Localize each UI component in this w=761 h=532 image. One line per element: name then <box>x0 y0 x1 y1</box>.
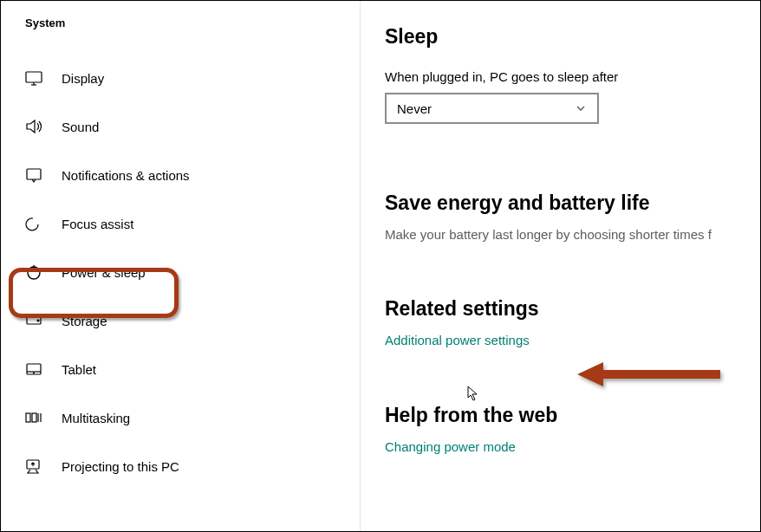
storage-icon <box>25 312 42 329</box>
sidebar-item-storage[interactable]: Storage <box>1 296 360 345</box>
sidebar-item-label: Focus assist <box>62 217 133 231</box>
related-heading: Related settings <box>385 297 760 321</box>
power-icon <box>25 263 42 281</box>
svg-rect-0 <box>26 72 42 82</box>
multitasking-icon <box>25 409 42 426</box>
sidebar-title: System <box>1 16 360 54</box>
sidebar-item-label: Storage <box>62 314 107 328</box>
dropdown-value: Never <box>397 101 432 116</box>
sidebar-item-display[interactable]: Display <box>1 54 360 102</box>
sleep-dropdown[interactable]: Never <box>385 93 599 124</box>
sidebar-item-focus-assist[interactable]: Focus assist <box>1 199 360 248</box>
sidebar-item-multitasking[interactable]: Multitasking <box>1 393 360 442</box>
energy-heading: Save energy and battery life <box>385 191 760 215</box>
sidebar: System Display Sound Noti <box>1 1 361 531</box>
sidebar-item-power-sleep[interactable]: Power & sleep <box>1 248 360 296</box>
sidebar-item-notifications[interactable]: Notifications & actions <box>1 151 360 199</box>
sidebar-item-sound[interactable]: Sound <box>1 102 360 151</box>
sidebar-item-label: Power & sleep <box>62 265 146 280</box>
focus-assist-icon <box>25 215 42 232</box>
sidebar-item-projecting[interactable]: Projecting to this PC <box>1 442 360 490</box>
sleep-field-label: When plugged in, PC goes to sleep after <box>385 69 760 84</box>
svg-point-10 <box>34 373 35 373</box>
sidebar-item-label: Multitasking <box>62 411 130 425</box>
additional-power-settings-link[interactable]: Additional power settings <box>385 333 530 347</box>
svg-rect-12 <box>32 413 36 422</box>
sound-icon <box>25 118 42 135</box>
sidebar-item-label: Sound <box>62 120 99 134</box>
help-heading: Help from the web <box>385 404 760 427</box>
energy-subtext: Make your battery last longer by choosin… <box>385 227 760 242</box>
changing-power-mode-link[interactable]: Changing power mode <box>385 439 516 454</box>
svg-rect-3 <box>27 169 41 179</box>
sidebar-item-label: Projecting to this PC <box>62 459 179 474</box>
svg-point-7 <box>37 320 39 321</box>
sidebar-item-label: Display <box>62 71 104 86</box>
projecting-icon <box>25 457 42 475</box>
chevron-down-icon <box>575 102 587 114</box>
sidebar-item-label: Notifications & actions <box>62 168 190 183</box>
display-icon <box>25 69 42 87</box>
sidebar-item-tablet[interactable]: Tablet <box>1 345 360 393</box>
sleep-heading: Sleep <box>385 25 760 49</box>
sidebar-item-label: Tablet <box>62 362 96 377</box>
main-content: Sleep When plugged in, PC goes to sleep … <box>361 1 760 531</box>
svg-rect-11 <box>26 413 30 422</box>
tablet-icon <box>25 360 42 378</box>
notifications-icon <box>25 166 42 184</box>
